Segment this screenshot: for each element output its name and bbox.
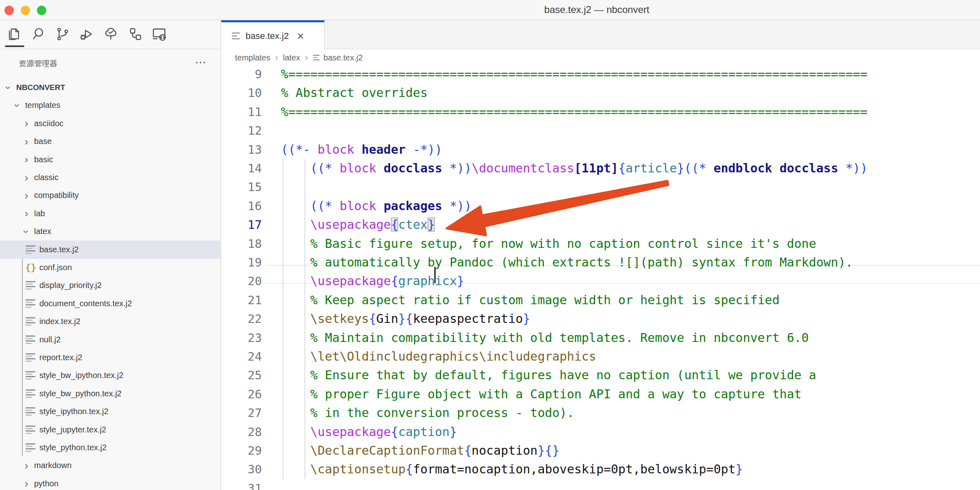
tree-item-basic[interactable]: ›basic <box>0 150 220 169</box>
tree-item-style-bw-python-tex-j2[interactable]: style_bw_python.tex.j2 <box>0 385 220 403</box>
line-number: 16 <box>221 197 262 215</box>
line-number: 22 <box>221 309 262 328</box>
tree-item-null-j2[interactable]: null.j2 <box>0 331 220 349</box>
line-number: 26 <box>221 385 262 404</box>
tree-item-compatibility[interactable]: ›compatibility <box>0 186 220 204</box>
line-number: 18 <box>221 234 262 253</box>
file-tree: ›NBCONVERT›templates›asciidoc›base›basic… <box>0 78 220 490</box>
file-lines-icon <box>26 407 36 416</box>
line-number: 28 <box>221 423 262 441</box>
chevron-down-icon: › <box>4 83 13 92</box>
testing-icon[interactable] <box>101 25 120 43</box>
explorer-icon[interactable] <box>4 25 23 43</box>
line-number: 10 <box>221 84 262 102</box>
code-editor[interactable]: 9101112131415161718192021222324252627282… <box>221 65 980 490</box>
breadcrumb-item-base-tex-j2[interactable]: base.tex.j2 <box>313 53 363 62</box>
tree-item-python[interactable]: ›python <box>0 475 220 490</box>
line-number: 31 <box>221 479 262 490</box>
tree-item-base-tex-j2[interactable]: base.tex.j2 <box>0 241 220 259</box>
code-line-24: \let\Oldincludegraphics\includegraphics <box>281 347 596 366</box>
tree-item-classic[interactable]: ›classic <box>0 168 220 187</box>
tree-item-asciidoc[interactable]: ›asciidoc <box>0 114 220 133</box>
minimize-window-icon[interactable] <box>21 6 30 15</box>
tree-item-style-python-tex-j2[interactable]: style_python.tex.j2 <box>0 438 220 457</box>
tree-item-markdown[interactable]: ›markdown <box>0 456 220 475</box>
close-window-icon[interactable] <box>4 6 14 15</box>
line-number: 21 <box>221 291 262 309</box>
code-line-28: \usepackage{caption} <box>281 423 457 441</box>
code-line-19: % automatically by Pandoc (which extract… <box>281 253 853 272</box>
line-number: 15 <box>221 178 262 196</box>
zoom-window-icon[interactable] <box>37 6 46 15</box>
chevron-right-icon: › <box>22 479 31 488</box>
tree-item-nbconvert[interactable]: ›NBCONVERT <box>0 78 220 97</box>
tab-base-tex-j2[interactable]: base.tex.j2 × <box>221 20 325 49</box>
vscode-window: base.tex.j2 — nbconvert <box>0 0 980 490</box>
tree-item-style-bw-ipython-tex-j2[interactable]: style_bw_ipython.tex.j2 <box>0 366 220 385</box>
code-line-29: \DeclareCaptionFormat{nocaption}{} <box>281 441 559 460</box>
chevron-right-icon: › <box>22 137 31 146</box>
tree-item-report-tex-j2[interactable]: report.tex.j2 <box>0 348 220 367</box>
breadcrumb-separator-icon: › <box>275 52 278 63</box>
chevron-down-icon: › <box>22 227 31 236</box>
references-icon[interactable] <box>126 25 145 43</box>
sidebar-more-actions-icon[interactable]: ⋯ <box>195 49 207 78</box>
code-line-23: % Maintain compatibility with old templa… <box>281 329 809 347</box>
tree-item-lab[interactable]: ›lab <box>0 204 220 223</box>
file-lines-icon <box>26 426 36 434</box>
code-line-17: \usepackage{ctex} <box>281 215 435 234</box>
code-line-20: \usepackage{graphicx} <box>281 272 464 290</box>
tab-close-icon[interactable]: × <box>297 30 304 42</box>
search-icon[interactable] <box>29 25 48 43</box>
file-lines-icon <box>26 353 36 362</box>
file-lines-icon <box>232 32 240 39</box>
tree-item-style-jupyter-tex-j2[interactable]: style_jupyter.tex.j2 <box>0 421 220 439</box>
breadcrumb-item-templates[interactable]: templates <box>235 53 270 62</box>
breadcrumb: templates›latex›base.tex.j2 <box>235 49 363 66</box>
line-number: 11 <box>221 103 262 121</box>
chevron-right-icon: › <box>22 191 31 200</box>
code-line-14: ((* block docclass *))\documentclass[11p… <box>281 159 868 178</box>
tab-label: base.tex.j2 <box>246 31 289 41</box>
tree-item-conf-json[interactable]: {}conf.json <box>0 258 220 277</box>
tree-item-display-priority-j2[interactable]: display_priority.j2 <box>0 276 220 294</box>
editor-group: templates›latex›base.tex.j2 910111213141… <box>221 49 980 490</box>
code-line-10: % Abstract overrides <box>281 84 427 102</box>
file-lines-icon <box>26 389 36 398</box>
file-lines-icon <box>26 443 36 452</box>
run-and-debug-icon[interactable] <box>77 25 96 43</box>
sidebar-title: 资源管理器 <box>19 49 57 78</box>
breadcrumb-item-latex[interactable]: latex <box>283 53 300 62</box>
line-number: 27 <box>221 404 262 422</box>
tree-item-templates[interactable]: ›templates <box>0 96 220 114</box>
line-number: 9 <box>221 65 262 84</box>
code-line-16: ((* block packages *)) <box>281 197 472 215</box>
remote-explorer-icon[interactable] <box>150 25 168 43</box>
file-lines-icon <box>26 371 36 380</box>
chevron-right-icon: › <box>22 119 31 128</box>
line-number: 24 <box>221 347 262 366</box>
chevron-right-icon: › <box>22 155 31 164</box>
line-number: 25 <box>221 366 262 385</box>
line-number: 20 <box>221 272 262 290</box>
code-line-30: \captionsetup{format=nocaption,aboveskip… <box>281 460 743 479</box>
tree-item-style-ipython-tex-j2[interactable]: style_ipython.tex.j2 <box>0 402 220 421</box>
file-lines-icon <box>26 245 36 254</box>
chevron-right-icon: › <box>22 461 31 470</box>
code-line-26: % proper Figure object with a Caption AP… <box>281 385 801 404</box>
tree-item-base[interactable]: ›base <box>0 132 220 150</box>
file-lines-icon <box>26 281 36 290</box>
sidebar-explorer: 资源管理器 ⋯ ›NBCONVERT›templates›asciidoc›ba… <box>0 49 221 490</box>
tree-item-latex[interactable]: ›latex <box>0 222 220 241</box>
tab-bar: base.tex.j2 × <box>221 20 980 49</box>
breadcrumb-separator-icon: › <box>305 52 308 63</box>
activity-bar <box>0 20 221 49</box>
source-control-icon[interactable] <box>53 25 72 43</box>
tree-item-index-tex-j2[interactable]: index.tex.j2 <box>0 312 220 331</box>
tree-item-document-contents-tex-j2[interactable]: document_contents.tex.j2 <box>0 294 220 313</box>
code-line-22: \setkeys{Gin}{keepaspectratio} <box>281 309 530 328</box>
code-line-27: % in the conversion process - todo). <box>281 404 574 422</box>
file-lines-icon <box>26 299 36 308</box>
line-number: 14 <box>221 159 262 178</box>
line-number: 13 <box>221 140 262 159</box>
